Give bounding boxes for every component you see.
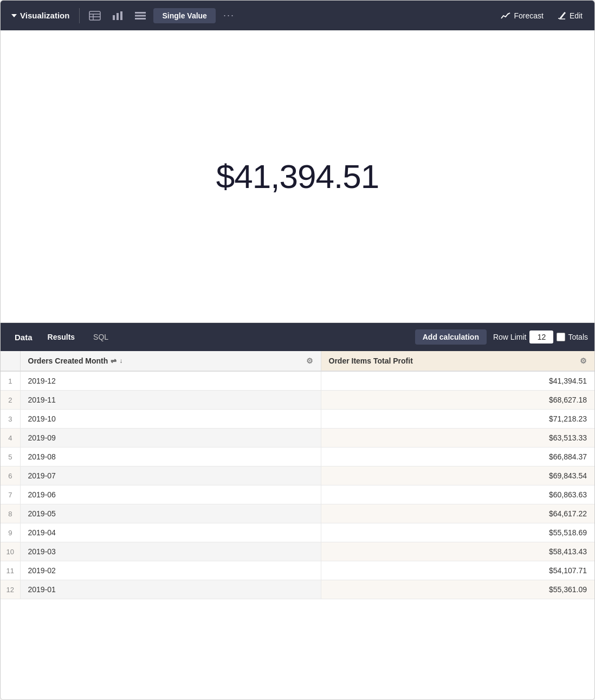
main-container: Visualization — [0, 0, 595, 700]
profit-cell: $55,518.69 — [321, 523, 594, 542]
row-number: 11 — [1, 561, 20, 580]
table-row: 9 2019-04 $55,518.69 — [1, 523, 594, 542]
table-view-button[interactable] — [85, 8, 105, 23]
forecast-label: Forecast — [514, 11, 543, 20]
table-row: 4 2019-09 $63,513.33 — [1, 429, 594, 448]
profit-cell: $54,107.71 — [321, 561, 594, 580]
row-num-header — [1, 351, 20, 371]
row-number: 12 — [1, 580, 20, 599]
profit-cell: $60,863.63 — [321, 485, 594, 504]
date-cell: 2019-01 — [20, 580, 321, 599]
date-cell: 2019-05 — [20, 504, 321, 523]
svg-rect-6 — [120, 11, 122, 20]
edit-icon — [558, 11, 566, 20]
row-number: 7 — [1, 485, 20, 504]
date-cell: 2019-06 — [20, 485, 321, 504]
data-label: Data — [15, 333, 33, 342]
chevron-down-icon — [11, 14, 17, 17]
totals-text: Totals — [568, 333, 588, 341]
date-cell: 2019-12 — [20, 371, 321, 391]
row-limit-input[interactable] — [529, 330, 553, 343]
profit-cell: $64,617.22 — [321, 504, 594, 523]
pivot-icon: ⇌ — [111, 357, 117, 365]
visualization-area: $41,394.51 — [1, 30, 594, 323]
table-row: 8 2019-05 $64,617.22 — [1, 504, 594, 523]
edit-label: Edit — [570, 11, 583, 20]
data-toolbar: Data Results SQL Add calculation Row Lim… — [1, 323, 594, 351]
svg-rect-5 — [117, 13, 119, 20]
row-number: 3 — [1, 410, 20, 429]
table-row: 11 2019-02 $54,107.71 — [1, 561, 594, 580]
table-header-row: Orders Created Month ⇌ ↓ ⚙ Order Items O… — [1, 351, 594, 371]
sql-tab[interactable]: SQL — [86, 329, 116, 345]
date-cell: 2019-02 — [20, 561, 321, 580]
table-wrapper: Orders Created Month ⇌ ↓ ⚙ Order Items O… — [1, 351, 594, 699]
totals-checkbox[interactable] — [557, 333, 565, 341]
profit-cell: $69,843.54 — [321, 466, 594, 485]
row-number: 4 — [1, 429, 20, 448]
table-row: 12 2019-01 $55,361.09 — [1, 580, 594, 599]
svg-rect-9 — [135, 18, 146, 20]
data-table: Orders Created Month ⇌ ↓ ⚙ Order Items O… — [1, 351, 594, 599]
row-number: 10 — [1, 542, 20, 561]
profit-cell: $71,218.23 — [321, 410, 594, 429]
totals-label: Totals — [557, 333, 588, 341]
profit-cell: $55,361.09 — [321, 580, 594, 599]
svg-rect-0 — [89, 11, 100, 20]
table-row: 1 2019-12 $41,394.51 — [1, 371, 594, 391]
date-col-header[interactable]: Orders Created Month ⇌ ↓ ⚙ — [20, 351, 321, 371]
row-number: 2 — [1, 391, 20, 410]
date-cell: 2019-09 — [20, 429, 321, 448]
row-number: 9 — [1, 523, 20, 542]
date-cell: 2019-11 — [20, 391, 321, 410]
svg-rect-4 — [113, 15, 115, 20]
date-cell: 2019-08 — [20, 448, 321, 466]
col1-header-bold: Orders Created Month — [28, 357, 108, 365]
table-row: 5 2019-08 $66,884.37 — [1, 448, 594, 466]
list-view-button[interactable] — [131, 8, 150, 23]
forecast-button[interactable]: Forecast — [495, 8, 548, 23]
table-row: 7 2019-06 $60,863.63 — [1, 485, 594, 504]
table-row: 10 2019-03 $58,413.43 — [1, 542, 594, 561]
table-icon — [89, 11, 101, 21]
visualization-label: Visualization — [20, 11, 69, 20]
table-row: 3 2019-10 $71,218.23 — [1, 410, 594, 429]
profit-cell: $68,627.18 — [321, 391, 594, 410]
row-number: 5 — [1, 448, 20, 466]
row-number: 8 — [1, 504, 20, 523]
row-limit-label: Row Limit — [493, 333, 526, 341]
profit-col-header[interactable]: Order Items Order Items Total ProfitTota… — [321, 351, 594, 371]
col1-settings-icon[interactable]: ⚙ — [306, 357, 313, 365]
more-options-button[interactable]: ··· — [219, 7, 239, 24]
bar-chart-button[interactable] — [108, 8, 127, 23]
forecast-icon — [501, 12, 510, 20]
date-cell: 2019-10 — [20, 410, 321, 429]
table-body: 1 2019-12 $41,394.51 2 2019-11 $68,627.1… — [1, 371, 594, 599]
profit-cell: $66,884.37 — [321, 448, 594, 466]
svg-rect-8 — [135, 15, 146, 16]
single-value-tab[interactable]: Single Value — [153, 8, 215, 23]
profit-cell: $63,513.33 — [321, 429, 594, 448]
list-icon — [134, 11, 146, 21]
profit-cell: $58,413.43 — [321, 542, 594, 561]
edit-button[interactable]: Edit — [552, 8, 588, 23]
add-calculation-button[interactable]: Add calculation — [415, 329, 487, 345]
toolbar-divider — [79, 8, 80, 23]
col2-settings-icon[interactable]: ⚙ — [580, 357, 587, 365]
bar-chart-icon — [112, 11, 124, 21]
svg-rect-7 — [135, 12, 146, 14]
row-number: 6 — [1, 466, 20, 485]
date-cell: 2019-07 — [20, 466, 321, 485]
single-value-display: $41,394.51 — [216, 157, 379, 196]
col2-header-text: Order Items Order Items Total ProfitTota… — [329, 357, 413, 365]
profit-cell: $41,394.51 — [321, 371, 594, 391]
date-cell: 2019-04 — [20, 523, 321, 542]
sort-icon: ↓ — [119, 357, 122, 365]
results-tab[interactable]: Results — [40, 329, 83, 345]
date-cell: 2019-03 — [20, 542, 321, 561]
data-toggle[interactable]: Data — [7, 329, 37, 345]
table-row: 6 2019-07 $69,843.54 — [1, 466, 594, 485]
row-number: 1 — [1, 371, 20, 391]
table-row: 2 2019-11 $68,627.18 — [1, 391, 594, 410]
visualization-toggle[interactable]: Visualization — [7, 8, 74, 23]
